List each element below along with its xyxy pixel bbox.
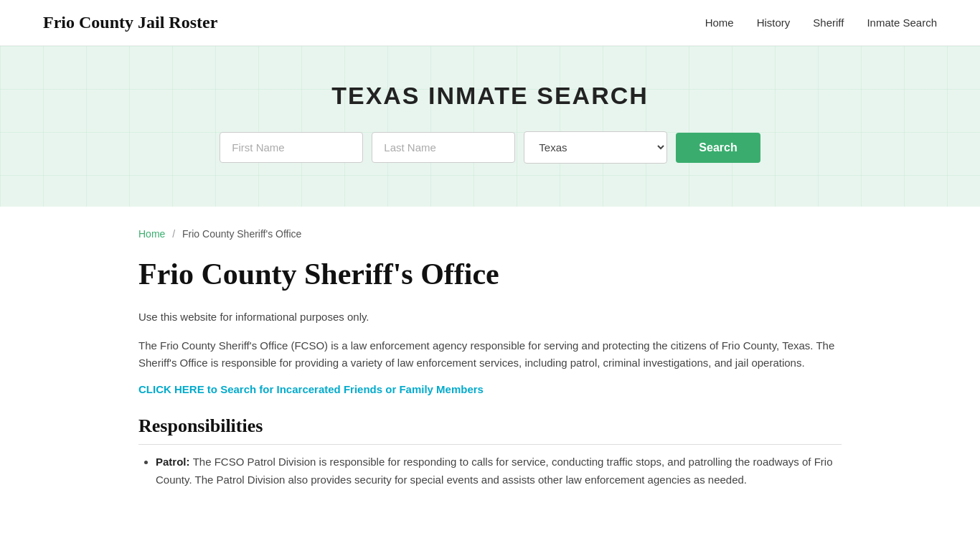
nav-item-sheriff[interactable]: Sheriff (813, 17, 844, 29)
breadcrumb-current: Frio County Sheriff's Office (182, 228, 301, 240)
responsibilities-heading: Responsibilities (138, 415, 842, 445)
nav-item-inmate-search[interactable]: Inmate Search (867, 17, 937, 29)
hero-section: TEXAS INMATE SEARCH Texas Alabama Alaska… (0, 46, 980, 207)
first-name-input[interactable] (220, 132, 363, 163)
nav-list: Home History Sheriff Inmate Search (705, 17, 937, 29)
paragraph-2: The Frio County Sheriff's Office (FCSO) … (138, 337, 842, 372)
paragraph-1: Use this website for informational purpo… (138, 309, 842, 326)
hero-title: TEXAS INMATE SEARCH (14, 82, 966, 110)
responsibility-text: The FCSO Patrol Division is responsible … (156, 456, 833, 486)
search-button[interactable]: Search (676, 133, 760, 163)
breadcrumb-separator: / (172, 228, 175, 240)
nav-link-inmate-search[interactable]: Inmate Search (867, 17, 937, 29)
page-heading: Frio County Sheriff's Office (138, 257, 842, 291)
list-item: Patrol: The FCSO Patrol Division is resp… (156, 453, 842, 489)
nav-link-history[interactable]: History (757, 17, 791, 29)
search-form: Texas Alabama Alaska Arizona Arkansas Ca… (14, 131, 966, 164)
responsibility-label: Patrol: (156, 456, 193, 468)
nav-link-sheriff[interactable]: Sheriff (813, 17, 844, 29)
main-nav: Home History Sheriff Inmate Search (705, 17, 937, 29)
nav-item-home[interactable]: Home (705, 17, 734, 29)
state-select[interactable]: Texas Alabama Alaska Arizona Arkansas Ca… (524, 131, 667, 164)
site-header: Frio County Jail Roster Home History She… (0, 0, 980, 46)
nav-link-home[interactable]: Home (705, 17, 734, 29)
site-title: Frio County Jail Roster (43, 13, 217, 32)
main-content: Home / Frio County Sheriff's Office Frio… (95, 207, 885, 527)
breadcrumb-home-link[interactable]: Home (138, 228, 165, 240)
responsibilities-list: Patrol: The FCSO Patrol Division is resp… (138, 453, 842, 489)
nav-item-history[interactable]: History (757, 17, 791, 29)
breadcrumb: Home / Frio County Sheriff's Office (138, 228, 842, 240)
cta-link[interactable]: CLICK HERE to Search for Incarcerated Fr… (138, 383, 842, 395)
last-name-input[interactable] (372, 132, 515, 163)
